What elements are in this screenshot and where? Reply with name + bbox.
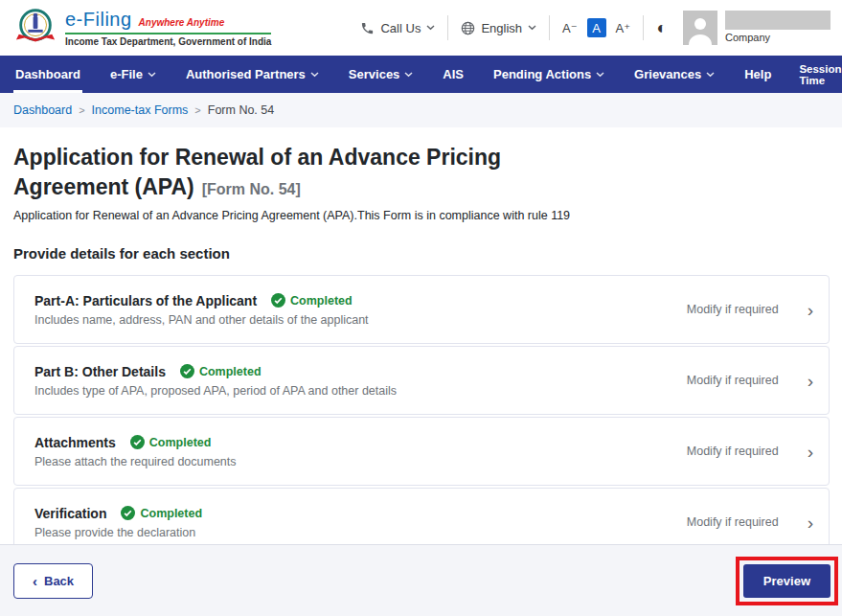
section-card-part-b[interactable]: Part B: Other Details Completed Includes… bbox=[13, 346, 830, 415]
chevron-right-icon[interactable]: › bbox=[808, 443, 813, 461]
main-navigation: Dashboard e-File Authorised Partners Ser… bbox=[0, 56, 842, 93]
header-controls: Call Us English A⁻ A A⁺ ◐ bbox=[360, 11, 831, 45]
chevron-down-icon bbox=[310, 72, 319, 78]
globe-icon bbox=[461, 21, 475, 35]
status-label: Completed bbox=[199, 365, 262, 378]
brand-department: Income Tax Department, Government of Ind… bbox=[65, 36, 271, 47]
chevron-right-icon[interactable]: › bbox=[808, 372, 813, 390]
section-title: Part B: Other Details bbox=[34, 364, 166, 379]
modify-link[interactable]: Modify if required bbox=[687, 374, 779, 387]
section-card-attachments[interactable]: Attachments Completed Please attach the … bbox=[13, 417, 830, 486]
nav-ais[interactable]: AIS bbox=[441, 56, 466, 93]
back-button[interactable]: ‹ Back bbox=[13, 563, 93, 599]
user-profile[interactable]: Company bbox=[683, 11, 831, 45]
divider bbox=[447, 15, 448, 40]
modify-link[interactable]: Modify if required bbox=[687, 303, 779, 316]
efiling-logo: e-Filing Anywhere Anytime Income Tax Dep… bbox=[13, 6, 271, 50]
app-window: e-Filing Anywhere Anytime Income Tax Dep… bbox=[0, 0, 842, 616]
breadcrumb-dashboard[interactable]: Dashboard bbox=[13, 103, 72, 117]
brand-tagline: Anywhere Anytime bbox=[139, 17, 225, 28]
user-name-redacted bbox=[725, 11, 831, 30]
breadcrumb-separator: > bbox=[79, 104, 84, 116]
call-us-label: Call Us bbox=[380, 21, 421, 35]
section-description: Please provide the declaration bbox=[34, 526, 202, 539]
font-size-controls: A⁻ A A⁺ bbox=[562, 18, 630, 37]
session-time-label: Session Time bbox=[799, 63, 842, 86]
font-increase-button[interactable]: A⁺ bbox=[616, 21, 631, 35]
chevron-down-icon bbox=[404, 72, 413, 78]
chevron-right-icon[interactable]: › bbox=[808, 301, 813, 319]
modify-link[interactable]: Modify if required bbox=[687, 515, 779, 529]
font-decrease-button[interactable]: A⁻ bbox=[562, 21, 578, 35]
modify-link[interactable]: Modify if required bbox=[687, 445, 779, 458]
nav-services[interactable]: Services bbox=[347, 56, 416, 93]
chevron-right-icon[interactable]: › bbox=[808, 513, 813, 532]
section-title: Verification bbox=[34, 506, 106, 521]
chevron-down-icon bbox=[528, 25, 536, 31]
check-circle-icon bbox=[180, 364, 194, 378]
chevron-down-icon bbox=[148, 72, 156, 78]
income-tax-dept-emblem-icon bbox=[13, 6, 57, 50]
contrast-toggle-icon[interactable]: ◐ bbox=[656, 19, 667, 36]
section-heading: Provide details for each section bbox=[13, 245, 830, 262]
phone-icon bbox=[360, 21, 375, 35]
status-badge: Completed bbox=[180, 364, 262, 378]
chevron-down-icon bbox=[706, 72, 715, 78]
divider bbox=[549, 15, 550, 40]
status-badge: Completed bbox=[271, 293, 353, 308]
nav-pending-actions[interactable]: Pending Actions bbox=[491, 56, 606, 93]
status-label: Completed bbox=[140, 507, 202, 520]
divider bbox=[643, 15, 644, 40]
chevron-down-icon bbox=[596, 72, 604, 78]
nav-dashboard[interactable]: Dashboard bbox=[13, 56, 82, 93]
section-card-part-a[interactable]: Part-A: Particulars of the Applicant Com… bbox=[13, 275, 830, 344]
breadcrumb-separator: > bbox=[194, 104, 200, 116]
check-circle-icon bbox=[130, 435, 145, 449]
breadcrumb-income-tax-forms[interactable]: Income-tax Forms bbox=[92, 103, 189, 117]
status-label: Completed bbox=[290, 294, 353, 308]
chevron-down-icon bbox=[426, 25, 435, 31]
breadcrumb-current: Form No. 54 bbox=[208, 103, 274, 117]
check-circle-icon bbox=[121, 506, 135, 520]
avatar bbox=[683, 11, 717, 45]
font-normal-button[interactable]: A bbox=[587, 18, 606, 37]
status-badge: Completed bbox=[121, 506, 202, 520]
page-description: Application for Renewal of an Advance Pr… bbox=[13, 209, 830, 222]
page-title: Application for Renewal of an Advance Pr… bbox=[13, 143, 555, 201]
brand-name: e-Filing bbox=[65, 9, 132, 31]
section-description: Please attach the required documents bbox=[34, 455, 237, 468]
nav-authorised-partners[interactable]: Authorised Partners bbox=[184, 56, 321, 93]
annotation-highlight-box: Preview bbox=[736, 557, 838, 605]
chevron-left-icon: ‹ bbox=[33, 573, 37, 589]
preview-button[interactable]: Preview bbox=[743, 564, 831, 598]
section-description: Includes type of APA, proposed APA, peri… bbox=[34, 384, 397, 398]
call-us-menu[interactable]: Call Us bbox=[360, 21, 435, 35]
status-label: Completed bbox=[149, 436, 212, 449]
section-list: Part-A: Particulars of the Applicant Com… bbox=[13, 275, 830, 557]
section-title: Attachments bbox=[34, 435, 116, 450]
check-circle-icon bbox=[271, 293, 285, 308]
status-badge: Completed bbox=[130, 435, 212, 449]
section-title: Part-A: Particulars of the Applicant bbox=[34, 293, 257, 308]
nav-e-file[interactable]: e-File bbox=[108, 56, 158, 93]
session-timer: Session Time 1 8 : 2 6 bbox=[799, 56, 842, 93]
breadcrumb: Dashboard > Income-tax Forms > Form No. … bbox=[0, 93, 842, 127]
nav-grievances[interactable]: Grievances bbox=[632, 56, 717, 93]
main-content: Application for Renewal of an Advance Pr… bbox=[0, 127, 842, 544]
language-label: English bbox=[481, 21, 522, 35]
action-bar: ‹ Back Preview bbox=[0, 544, 842, 616]
section-description: Includes name, address, PAN and other de… bbox=[34, 313, 369, 327]
top-header: e-Filing Anywhere Anytime Income Tax Dep… bbox=[0, 0, 842, 56]
language-menu[interactable]: English bbox=[461, 21, 536, 35]
user-type-label: Company bbox=[725, 32, 831, 43]
form-number-tag: [Form No. 54] bbox=[202, 181, 301, 197]
nav-help[interactable]: Help bbox=[742, 56, 773, 93]
